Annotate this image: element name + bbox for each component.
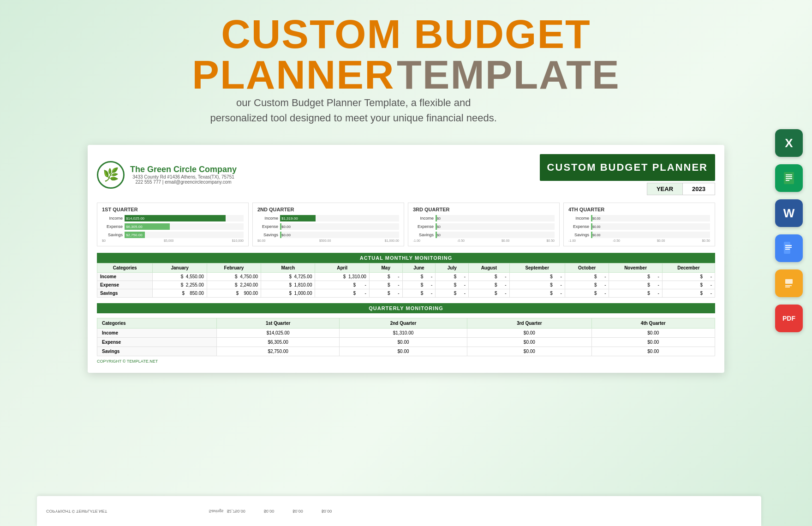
expense-category: Expense: [97, 281, 153, 289]
title-custom-budget: CUSTOM BUDGET: [221, 11, 591, 57]
sheets-icon-button[interactable]: [775, 164, 803, 192]
q-savings-q3: $0.00: [467, 347, 591, 356]
q1-axis: $0$5,000$10,000: [102, 239, 244, 242]
monthly-table-header-row: Categories January February March April …: [97, 263, 715, 273]
budget-title-text: CUSTOM BUDGET PLANNER: [547, 161, 708, 173]
company-address: 3433 County Rd #1436 Athens, Texas(TX), …: [130, 174, 237, 179]
side-icons-panel: X W PDF: [775, 129, 803, 332]
q2-label: 2ND QUARTER: [257, 207, 399, 212]
q4-savings-bar: $0.00: [591, 232, 592, 238]
savings-apr: $ -: [315, 289, 369, 298]
income-feb: $ 4,750.00: [207, 273, 261, 281]
q4-expense-row: Expense $0.00: [568, 223, 710, 230]
income-may: $ -: [369, 273, 402, 281]
savings-feb: $ 900.00: [207, 289, 261, 298]
expense-aug: $ -: [469, 281, 509, 289]
svg-rect-1: [786, 174, 792, 175]
q4-income-row: Income $0.00: [568, 215, 710, 221]
docs-icon-button[interactable]: [775, 234, 803, 262]
col-august: August: [469, 263, 509, 273]
q2-income-bar: $1,319.00: [280, 215, 316, 221]
company-contact: 222 555 777 | email@greencirclecompany.c…: [130, 179, 237, 185]
q1-income-row: Income $14,025.00: [102, 215, 244, 221]
q1-expense-bar-container: $6,305.00: [125, 223, 244, 230]
sheet-header: 🌿 The Green Circle Company 3433 County R…: [97, 154, 715, 195]
year-box: YEAR 2023: [647, 183, 715, 195]
quarterly-section-header: QUARTERLY MONITORING: [97, 303, 715, 313]
bottom-q4: $0.00: [322, 509, 332, 514]
income-nov: $ -: [609, 273, 662, 281]
q1-expense-bar: $6,305.00: [125, 223, 170, 230]
q3-bars: Income $0 Expense $0 Savings: [413, 215, 555, 238]
col-march: March: [261, 263, 315, 273]
title-area: CUSTOM BUDGET PLANNER TEMPLATE our Custo…: [192, 14, 620, 137]
q-income-q2: $1,310.00: [339, 329, 467, 338]
q-expense-q4: $0.00: [591, 338, 715, 347]
q1-savings-bar-container: $2,750.00: [125, 232, 244, 238]
pdf-icon-button[interactable]: PDF: [775, 305, 803, 332]
q4-income-bar: $0.00: [591, 215, 592, 221]
q2-expense-bar-container: $0.00: [280, 223, 399, 230]
col-november: November: [609, 263, 662, 273]
q-income-q1: $14,025.00: [217, 329, 339, 338]
q3-expense-row: Expense $0: [413, 223, 555, 230]
monthly-expense-row: Expense $ 2,255.00 $ 2,240.00 $ 1,810.00…: [97, 281, 715, 289]
q4-savings-row: Savings $0.00: [568, 232, 710, 238]
q4-expense-bar: $0.00: [591, 223, 592, 230]
excel-letter: X: [785, 136, 793, 150]
q3-expense-bar-container: $0: [436, 223, 555, 230]
q3-expense-bar: $0: [436, 223, 437, 230]
q-expense-q2: $0.00: [339, 338, 467, 347]
q4-chart: 4TH QUARTER Income $0.00 Expense $0.00: [563, 203, 715, 246]
q1-savings-row: Savings $2,750.00: [102, 232, 244, 238]
monthly-section-header: ACTUAL MONTHLY MONITORING: [97, 253, 715, 263]
q-expense-label: Expense: [97, 338, 217, 347]
q-savings-q2: $0.00: [339, 347, 467, 356]
q2-expense-bar: $0.00: [280, 223, 281, 230]
monthly-savings-row: Savings $ 850.00 $ 900.00 $ 1,000.00 $ -…: [97, 289, 715, 298]
expense-jan: $ 2,255.00: [153, 281, 207, 289]
q1-savings-bar: $2,750.00: [125, 232, 145, 238]
col-january: January: [153, 263, 207, 273]
quarterly-savings-row: Savings $2,750.00 $0.00 $0.00 $0.00: [97, 347, 715, 356]
word-icon-button[interactable]: W: [775, 199, 803, 227]
quarterly-header-row: Categories 1st Quarter 2nd Quarter 3rd Q…: [97, 318, 715, 329]
col-june: June: [402, 263, 436, 273]
col-october: October: [565, 263, 609, 273]
q1-label: 1ST QUARTER: [102, 207, 244, 212]
q-savings-q4: $0.00: [591, 347, 715, 356]
svg-rect-13: [785, 287, 790, 287]
savings-jan: $ 850.00: [153, 289, 207, 298]
pages-svg: [782, 276, 795, 290]
col-july: July: [436, 263, 469, 273]
q3-savings-bar-container: $0: [436, 232, 555, 238]
expense-may: $ -: [369, 281, 402, 289]
q3-income-bar-container: $0: [436, 215, 555, 221]
svg-rect-9: [785, 249, 790, 250]
savings-may: $ -: [369, 289, 402, 298]
q1-income-bar-container: $14,025.00: [125, 215, 244, 221]
q2-bars: Income $1,319.00 Expense $0.00 Savings: [257, 215, 399, 238]
income-mar: $ 4,725.00: [261, 273, 315, 281]
q3-expense-label: Expense: [413, 224, 434, 229]
main-content: CUSTOM BUDGET PLANNER TEMPLATE our Custo…: [0, 0, 812, 373]
q2-income-row: Income $1,319.00: [257, 215, 399, 221]
svg-rect-8: [785, 247, 792, 248]
col-may: May: [369, 263, 402, 273]
q2-savings-row: Savings $0.00: [257, 232, 399, 238]
savings-dec: $ -: [662, 289, 715, 298]
q2-income-label: Income: [257, 216, 278, 221]
income-aug: $ -: [469, 273, 509, 281]
q1-income-label: Income: [102, 216, 123, 221]
excel-icon-button[interactable]: X: [775, 129, 803, 157]
quarterly-income-row: Income $14,025.00 $1,310.00 $0.00 $0.00: [97, 329, 715, 338]
savings-category: Savings: [97, 289, 153, 298]
title-planner: PLANNER: [192, 52, 394, 97]
q3-income-row: Income $0: [413, 215, 555, 221]
q3-savings-label: Savings: [413, 233, 434, 237]
q3-label: 3RD QUARTER: [413, 207, 555, 212]
savings-mar: $ 1,000.00: [261, 289, 315, 298]
income-sep: $ -: [509, 273, 565, 281]
pages-icon-button[interactable]: [775, 269, 803, 297]
company-info: The Green Circle Company 3433 County Rd …: [130, 165, 237, 185]
